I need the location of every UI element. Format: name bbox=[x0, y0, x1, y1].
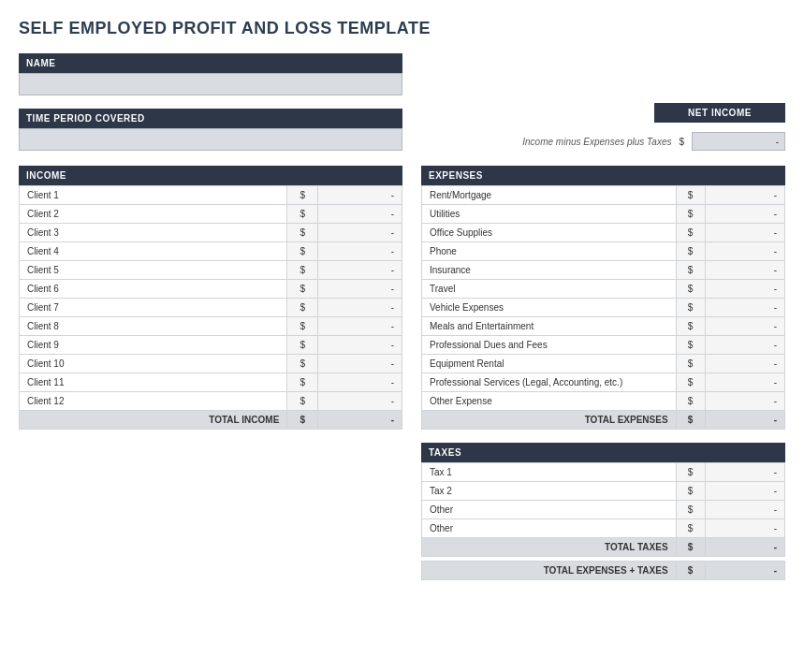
taxes-total-value[interactable]: - bbox=[705, 538, 784, 557]
income-row-dollar: $ bbox=[287, 280, 318, 299]
total-expenses-taxes-dollar: $ bbox=[676, 562, 705, 580]
expense-row: Travel $ - bbox=[422, 280, 785, 299]
expense-row: Vehicle Expenses $ - bbox=[422, 299, 785, 317]
expense-row: Equipment Rental $ - bbox=[422, 355, 785, 373]
net-income-description: Income minus Expenses plus Taxes bbox=[522, 137, 671, 147]
expenses-total-value[interactable]: - bbox=[705, 411, 784, 430]
expense-row: Phone $ - bbox=[422, 242, 785, 261]
expense-row-label: Professional Services (Legal, Accounting… bbox=[422, 373, 677, 392]
tax-row-value[interactable]: - bbox=[705, 519, 784, 538]
income-row-value[interactable]: - bbox=[318, 224, 402, 242]
income-section: INCOME Client 1 $ - Client 2 $ - Client … bbox=[19, 166, 402, 580]
income-row-value[interactable]: - bbox=[318, 317, 402, 336]
tax-row-dollar: $ bbox=[676, 519, 705, 538]
page-title: SELF EMPLOYED PROFIT AND LOSS TEMPLATE bbox=[19, 19, 785, 38]
income-row-label: Client 11 bbox=[20, 373, 287, 392]
income-row: Client 8 $ - bbox=[20, 317, 402, 336]
income-row-value[interactable]: - bbox=[318, 373, 402, 392]
income-row-label: Client 10 bbox=[20, 355, 287, 373]
income-row: Client 1 $ - bbox=[20, 186, 402, 205]
tax-row: Other $ - bbox=[422, 501, 785, 519]
expense-row-value[interactable]: - bbox=[705, 224, 784, 242]
expense-row-value[interactable]: - bbox=[705, 186, 784, 205]
name-input[interactable] bbox=[19, 73, 402, 95]
income-row-dollar: $ bbox=[287, 224, 318, 242]
income-total-dollar: $ bbox=[287, 411, 318, 430]
tax-row-value[interactable]: - bbox=[705, 482, 784, 501]
income-total-row: TOTAL INCOME $ - bbox=[20, 411, 402, 430]
tax-row-dollar: $ bbox=[676, 482, 705, 501]
tax-row-dollar: $ bbox=[676, 501, 705, 519]
expense-row-label: Office Supplies bbox=[422, 224, 677, 242]
expense-row: Utilities $ - bbox=[422, 205, 785, 224]
income-row: Client 11 $ - bbox=[20, 373, 402, 392]
income-row-value[interactable]: - bbox=[318, 205, 402, 224]
taxes-table: Tax 1 $ - Tax 2 $ - Other $ - Other $ - … bbox=[421, 462, 785, 557]
expense-row: Professional Services (Legal, Accounting… bbox=[422, 373, 785, 392]
income-row-value[interactable]: - bbox=[318, 355, 402, 373]
expense-row-dollar: $ bbox=[676, 392, 705, 411]
expense-row: Rent/Mortgage $ - bbox=[422, 186, 785, 205]
tax-row-value[interactable]: - bbox=[705, 463, 784, 482]
expense-row-dollar: $ bbox=[676, 280, 705, 299]
income-row-dollar: $ bbox=[287, 186, 318, 205]
income-header: INCOME bbox=[19, 166, 402, 185]
income-row-label: Client 7 bbox=[20, 299, 287, 317]
income-row-value[interactable]: - bbox=[318, 299, 402, 317]
income-row-value[interactable]: - bbox=[318, 242, 402, 261]
income-row-label: Client 12 bbox=[20, 392, 287, 411]
expense-row-dollar: $ bbox=[676, 186, 705, 205]
income-table: Client 1 $ - Client 2 $ - Client 3 $ - C… bbox=[19, 185, 402, 430]
expense-row-value[interactable]: - bbox=[705, 355, 784, 373]
income-row-dollar: $ bbox=[287, 336, 318, 355]
tax-row-value[interactable]: - bbox=[705, 501, 784, 519]
income-row-value[interactable]: - bbox=[318, 280, 402, 299]
expense-row-value[interactable]: - bbox=[705, 280, 784, 299]
expense-row-value[interactable]: - bbox=[705, 261, 784, 280]
income-row-value[interactable]: - bbox=[318, 392, 402, 411]
expense-row-label: Vehicle Expenses bbox=[422, 299, 677, 317]
tax-row-dollar: $ bbox=[676, 463, 705, 482]
total-expenses-taxes-label: TOTAL EXPENSES + TAXES bbox=[422, 562, 677, 580]
income-total-value[interactable]: - bbox=[318, 411, 402, 430]
expense-row-value[interactable]: - bbox=[705, 373, 784, 392]
taxes-total-dollar: $ bbox=[676, 538, 705, 557]
total-expenses-taxes-value[interactable]: - bbox=[705, 562, 784, 580]
expenses-header: EXPENSES bbox=[421, 166, 785, 185]
tax-row-label: Tax 2 bbox=[422, 482, 677, 501]
net-income-value[interactable]: - bbox=[692, 132, 785, 151]
net-income-dollar-sign: $ bbox=[679, 137, 684, 147]
income-row-label: Client 8 bbox=[20, 317, 287, 336]
taxes-header: TAXES bbox=[421, 443, 785, 462]
income-row: Client 10 $ - bbox=[20, 355, 402, 373]
expense-row-value[interactable]: - bbox=[705, 392, 784, 411]
income-row-value[interactable]: - bbox=[318, 336, 402, 355]
income-row-dollar: $ bbox=[287, 261, 318, 280]
tax-row-label: Other bbox=[422, 501, 677, 519]
expense-row-dollar: $ bbox=[676, 317, 705, 336]
expense-row-label: Equipment Rental bbox=[422, 355, 677, 373]
time-period-label: TIME PERIOD COVERED bbox=[19, 109, 402, 128]
expense-row-label: Phone bbox=[422, 242, 677, 261]
expense-row-label: Travel bbox=[422, 280, 677, 299]
income-row-value[interactable]: - bbox=[318, 261, 402, 280]
expense-row: Professional Dues and Fees $ - bbox=[422, 336, 785, 355]
taxes-total-row: TOTAL TAXES $ - bbox=[422, 538, 785, 557]
expense-row: Other Expense $ - bbox=[422, 392, 785, 411]
expense-row-value[interactable]: - bbox=[705, 205, 784, 224]
expense-row-dollar: $ bbox=[676, 336, 705, 355]
income-row-value[interactable]: - bbox=[318, 186, 402, 205]
expense-row-dollar: $ bbox=[676, 261, 705, 280]
income-row-label: Client 4 bbox=[20, 242, 287, 261]
tax-row: Tax 1 $ - bbox=[422, 463, 785, 482]
expense-row-value[interactable]: - bbox=[705, 242, 784, 261]
expense-row: Office Supplies $ - bbox=[422, 224, 785, 242]
expense-row-label: Insurance bbox=[422, 261, 677, 280]
expense-row-value[interactable]: - bbox=[705, 317, 784, 336]
expense-row-value[interactable]: - bbox=[705, 336, 784, 355]
expense-row-label: Professional Dues and Fees bbox=[422, 336, 677, 355]
income-row-label: Client 9 bbox=[20, 336, 287, 355]
expense-row-value[interactable]: - bbox=[705, 299, 784, 317]
tax-row: Tax 2 $ - bbox=[422, 482, 785, 501]
time-period-input[interactable] bbox=[19, 128, 402, 151]
